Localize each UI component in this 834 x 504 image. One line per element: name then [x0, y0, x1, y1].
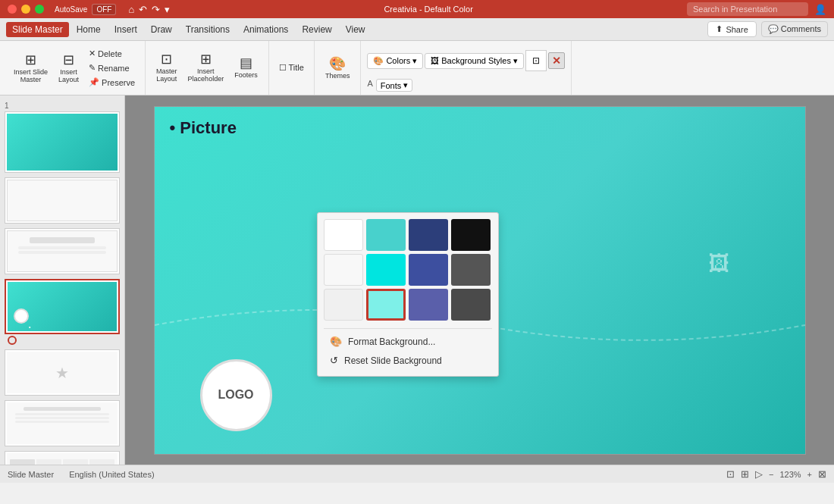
close-icon: ✕	[552, 55, 561, 67]
insert-placeholder-icon: ⊞	[200, 52, 212, 66]
title-bar: AutoSave OFF ⌂ ↶ ↷ ▾ Creativia - Default…	[0, 0, 834, 18]
slide-thumb-7[interactable]	[5, 451, 120, 465]
slide-thumb-6[interactable]	[5, 400, 120, 446]
status-bar: Slide Master English (United States) ⊡ ⊞…	[0, 465, 834, 483]
fonts-dropdown-button[interactable]: Fonts ▾	[376, 79, 413, 92]
fonts-chevron-icon: ▾	[403, 80, 408, 90]
color-swatch-white1[interactable]	[324, 219, 363, 251]
preserve-icon: 📌	[89, 77, 99, 87]
ribbon-group-themes: 🎨 Themes	[315, 41, 362, 95]
view-normal-icon[interactable]: ⊡	[726, 468, 735, 480]
ribbon: ⊞ Insert SlideMaster ⊟ InsertLayout ✕ De…	[0, 41, 834, 95]
reset-slide-background-menu-item[interactable]: ↺ Reset Slide Background	[324, 351, 492, 370]
rename-icon: ✎	[89, 63, 96, 73]
ribbon-group-insert-master: ⊞ Insert SlideMaster ⊟ InsertLayout ✕ De…	[3, 41, 146, 95]
insert-slide-master-button[interactable]: ⊞ Insert SlideMaster	[9, 51, 52, 86]
slide-thumb-5[interactable]: ★	[5, 349, 120, 396]
zoom-in-button[interactable]: +	[807, 470, 812, 479]
comments-button[interactable]: 💬 Comments	[761, 21, 828, 37]
window-controls: AutoSave OFF ⌂ ↶ ↷ ▾	[8, 4, 170, 15]
status-slide-master: Slide Master	[8, 470, 54, 479]
zoom-out-button[interactable]: −	[769, 470, 773, 479]
share-button[interactable]: ⬆ Share	[707, 21, 756, 37]
home-icon[interactable]: ⌂	[128, 4, 134, 15]
maximize-button[interactable]	[35, 5, 44, 14]
color-swatch-white3[interactable]	[324, 289, 363, 321]
rename-button[interactable]: ✎ Rename	[85, 61, 139, 74]
insert-placeholder-button[interactable]: ⊞ InsertPlaceholder	[183, 50, 229, 85]
menu-item-insert[interactable]: Insert	[108, 22, 143, 37]
close-button[interactable]	[8, 5, 17, 14]
slide-size-button[interactable]: ⊡	[525, 50, 547, 71]
menu-item-home[interactable]: Home	[71, 22, 107, 37]
color-swatch-navy1[interactable]	[409, 219, 448, 251]
color-swatch-darkgray1[interactable]	[451, 254, 491, 286]
colors-dropdown-button[interactable]: 🎨 Colors ▾	[367, 53, 423, 69]
redo-icon[interactable]: ↷	[152, 4, 160, 15]
logo-circle: LOGO	[200, 359, 272, 431]
master-layout-icon: ⊡	[161, 52, 172, 66]
ribbon-group-title: ☐ Title	[269, 41, 315, 95]
view-slideshow-icon[interactable]: ▷	[755, 468, 763, 480]
colors-dropdown-popup: 🎨 Format Background... ↺ Reset Slide Bac…	[317, 212, 499, 377]
status-bar-right: ⊡ ⊞ ▷ − 123% + ⊠	[726, 468, 826, 480]
main-area: 1 •	[0, 95, 834, 465]
menu-item-slide-master[interactable]: Slide Master	[6, 22, 69, 37]
background-styles-button[interactable]: 🖼 Background Styles ▾	[425, 53, 524, 69]
master-layout-button[interactable]: ⊡ MasterLayout	[152, 50, 182, 85]
close-master-button[interactable]: ✕	[548, 52, 565, 69]
app-title: Creativia - Default Color	[170, 5, 687, 14]
slide-thumb-3[interactable]	[5, 228, 120, 274]
color-swatch-white2[interactable]	[324, 254, 363, 286]
colors-icon: 🎨	[373, 56, 384, 66]
ribbon-group-design: 🎨 Colors ▾ 🖼 Background Styles ▾ ⊡ ✕ A F…	[361, 41, 572, 95]
slide-size-icon: ⊡	[532, 55, 540, 66]
format-background-icon: 🎨	[330, 336, 342, 347]
format-background-menu-item[interactable]: 🎨 Format Background...	[324, 332, 492, 351]
star-icon: ★	[55, 364, 69, 382]
search-input[interactable]	[687, 2, 808, 16]
color-swatch-teal2[interactable]	[366, 254, 406, 286]
background-icon: 🖼	[431, 56, 439, 65]
menu-item-animations[interactable]: Animations	[237, 22, 294, 37]
color-swatch-teal3[interactable]	[366, 289, 406, 321]
title-button[interactable]: ☐ Title	[275, 61, 308, 74]
ribbon-group-master-layout: ⊡ MasterLayout ⊞ InsertPlaceholder ▤ Foo…	[146, 41, 269, 95]
autosave-label: AutoSave	[55, 5, 87, 14]
reset-background-icon: ↺	[330, 355, 338, 366]
slide-panel[interactable]: 1 •	[0, 95, 125, 465]
share-icon: ⬆	[716, 24, 723, 34]
color-swatch-teal1[interactable]	[366, 219, 406, 251]
fit-to-window-button[interactable]: ⊠	[818, 468, 826, 480]
footers-icon: ▤	[240, 56, 252, 70]
footers-button[interactable]: ▤ Footers	[230, 54, 262, 81]
menu-item-review[interactable]: Review	[296, 22, 337, 37]
insert-layout-icon: ⊟	[63, 53, 74, 67]
customize-icon[interactable]: ▾	[165, 4, 170, 15]
themes-button[interactable]: 🎨 Themes	[321, 55, 355, 82]
autosave-state: OFF	[92, 4, 116, 15]
comment-icon: 💬	[768, 24, 779, 33]
slide-thumb-4[interactable]: •	[5, 279, 120, 345]
menu-item-draw[interactable]: Draw	[145, 22, 178, 37]
delete-button[interactable]: ✕ Delete	[85, 47, 139, 60]
minimize-button[interactable]	[21, 5, 30, 14]
ribbon-design-buttons: 🎨 Colors ▾ 🖼 Background Styles ▾ ⊡ ✕	[367, 44, 565, 77]
color-swatch-darkgray2[interactable]	[451, 289, 491, 321]
preserve-button[interactable]: 📌 Preserve	[85, 76, 139, 89]
undo-icon[interactable]: ↶	[139, 4, 147, 15]
color-swatch-navy2[interactable]	[409, 254, 448, 286]
insert-layout-button[interactable]: ⊟ InsertLayout	[54, 51, 83, 86]
ribbon-master-layout-buttons: ⊡ MasterLayout ⊞ InsertPlaceholder ▤ Foo…	[152, 44, 262, 90]
menu-item-view[interactable]: View	[340, 22, 372, 37]
color-swatch-purple1[interactable]	[409, 289, 448, 321]
user-icon[interactable]: 👤	[814, 4, 826, 15]
image-placeholder: 🖼	[708, 250, 729, 275]
menu-item-transitions[interactable]: Transitions	[180, 22, 236, 37]
slide-thumb-2[interactable]	[5, 177, 120, 224]
slide-thumb-1[interactable]: 1	[5, 102, 120, 173]
color-swatch-black1[interactable]	[451, 219, 491, 251]
active-indicator	[8, 336, 17, 345]
view-grid-icon[interactable]: ⊞	[741, 468, 749, 480]
colors-chevron-icon: ▾	[412, 56, 417, 66]
